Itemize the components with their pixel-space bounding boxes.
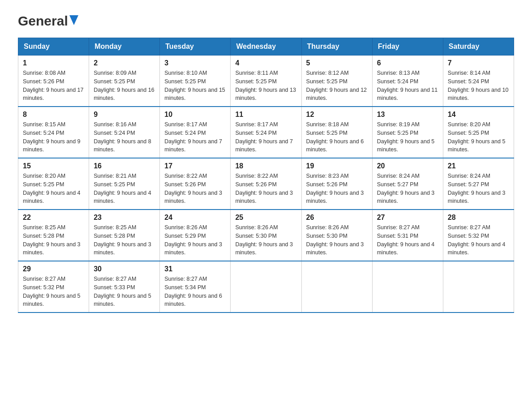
day-number: 17 (164, 162, 226, 170)
calendar-cell: 24Sunrise: 8:26 AMSunset: 5:29 PMDayligh… (160, 210, 231, 261)
day-info: Sunrise: 8:24 AMSunset: 5:27 PMDaylight:… (377, 172, 438, 206)
day-number: 12 (306, 111, 368, 119)
day-info: Sunrise: 8:12 AMSunset: 5:25 PMDaylight:… (306, 69, 368, 103)
calendar-cell: 1Sunrise: 8:08 AMSunset: 5:26 PMDaylight… (18, 56, 89, 107)
calendar-weekday-wednesday: Wednesday (231, 38, 301, 56)
day-number: 30 (94, 265, 155, 273)
day-number: 26 (306, 214, 368, 222)
calendar-cell (231, 261, 301, 313)
calendar-cell: 9Sunrise: 8:16 AMSunset: 5:24 PMDaylight… (89, 107, 160, 158)
day-number: 28 (448, 214, 509, 222)
calendar-cell: 15Sunrise: 8:20 AMSunset: 5:25 PMDayligh… (18, 158, 89, 210)
day-number: 21 (448, 162, 509, 170)
calendar-header: SundayMondayTuesdayWednesdayThursdayFrid… (18, 38, 514, 56)
calendar-cell: 18Sunrise: 8:22 AMSunset: 5:26 PMDayligh… (231, 158, 301, 210)
calendar-weekday-monday: Monday (89, 38, 160, 56)
calendar-week-row: 29Sunrise: 8:27 AMSunset: 5:32 PMDayligh… (18, 261, 514, 313)
calendar-cell: 2Sunrise: 8:09 AMSunset: 5:25 PMDaylight… (89, 56, 160, 107)
day-number: 14 (448, 111, 509, 119)
calendar-cell (443, 261, 514, 313)
day-number: 22 (23, 214, 84, 222)
day-info: Sunrise: 8:17 AMSunset: 5:24 PMDaylight:… (235, 120, 296, 154)
calendar-cell: 4Sunrise: 8:11 AMSunset: 5:25 PMDaylight… (231, 56, 301, 107)
calendar-week-row: 22Sunrise: 8:25 AMSunset: 5:28 PMDayligh… (18, 210, 514, 261)
day-number: 24 (164, 214, 226, 222)
calendar-cell: 16Sunrise: 8:21 AMSunset: 5:25 PMDayligh… (89, 158, 160, 210)
calendar-weekday-sunday: Sunday (18, 38, 89, 56)
calendar-cell: 12Sunrise: 8:18 AMSunset: 5:25 PMDayligh… (301, 107, 372, 158)
calendar-weekday-thursday: Thursday (301, 38, 372, 56)
day-info: Sunrise: 8:20 AMSunset: 5:25 PMDaylight:… (448, 120, 509, 154)
day-info: Sunrise: 8:16 AMSunset: 5:24 PMDaylight:… (94, 120, 155, 154)
day-number: 5 (306, 59, 368, 67)
calendar-table: SundayMondayTuesdayWednesdayThursdayFrid… (18, 38, 514, 313)
day-number: 13 (377, 111, 438, 119)
page-header: General (18, 13, 514, 29)
calendar-cell: 21Sunrise: 8:24 AMSunset: 5:27 PMDayligh… (443, 158, 514, 210)
day-info: Sunrise: 8:21 AMSunset: 5:25 PMDaylight:… (94, 172, 155, 206)
calendar-week-row: 1Sunrise: 8:08 AMSunset: 5:26 PMDaylight… (18, 56, 514, 107)
day-info: Sunrise: 8:22 AMSunset: 5:26 PMDaylight:… (235, 172, 296, 206)
day-number: 9 (94, 111, 155, 119)
calendar-week-row: 8Sunrise: 8:15 AMSunset: 5:24 PMDaylight… (18, 107, 514, 158)
calendar-cell: 10Sunrise: 8:17 AMSunset: 5:24 PMDayligh… (160, 107, 231, 158)
calendar-cell: 14Sunrise: 8:20 AMSunset: 5:25 PMDayligh… (443, 107, 514, 158)
calendar-header-row: SundayMondayTuesdayWednesdayThursdayFrid… (18, 38, 514, 56)
day-info: Sunrise: 8:17 AMSunset: 5:24 PMDaylight:… (164, 120, 226, 154)
calendar-body: 1Sunrise: 8:08 AMSunset: 5:26 PMDaylight… (18, 56, 514, 313)
calendar-cell: 27Sunrise: 8:27 AMSunset: 5:31 PMDayligh… (372, 210, 443, 261)
logo: General (18, 13, 78, 29)
calendar-cell: 17Sunrise: 8:22 AMSunset: 5:26 PMDayligh… (160, 158, 231, 210)
day-info: Sunrise: 8:11 AMSunset: 5:25 PMDaylight:… (235, 69, 296, 103)
calendar-cell: 26Sunrise: 8:26 AMSunset: 5:30 PMDayligh… (301, 210, 372, 261)
calendar-weekday-friday: Friday (372, 38, 443, 56)
day-number: 4 (235, 59, 296, 67)
day-info: Sunrise: 8:22 AMSunset: 5:26 PMDaylight:… (164, 172, 226, 206)
calendar-cell: 19Sunrise: 8:23 AMSunset: 5:26 PMDayligh… (301, 158, 372, 210)
calendar-cell: 5Sunrise: 8:12 AMSunset: 5:25 PMDaylight… (301, 56, 372, 107)
svg-marker-0 (69, 15, 78, 25)
day-number: 15 (23, 162, 84, 170)
logo-arrow-icon (69, 15, 78, 27)
day-number: 1 (23, 59, 84, 67)
day-number: 7 (448, 59, 509, 67)
day-number: 3 (164, 59, 226, 67)
day-info: Sunrise: 8:25 AMSunset: 5:28 PMDaylight:… (94, 223, 155, 257)
day-number: 20 (377, 162, 438, 170)
day-info: Sunrise: 8:08 AMSunset: 5:26 PMDaylight:… (23, 69, 84, 103)
day-number: 27 (377, 214, 438, 222)
day-number: 11 (235, 111, 296, 119)
day-info: Sunrise: 8:26 AMSunset: 5:29 PMDaylight:… (164, 223, 226, 257)
day-number: 10 (164, 111, 226, 119)
calendar-cell: 28Sunrise: 8:27 AMSunset: 5:32 PMDayligh… (443, 210, 514, 261)
day-info: Sunrise: 8:20 AMSunset: 5:25 PMDaylight:… (23, 172, 84, 206)
day-info: Sunrise: 8:18 AMSunset: 5:25 PMDaylight:… (306, 120, 368, 154)
day-info: Sunrise: 8:27 AMSunset: 5:33 PMDaylight:… (94, 275, 155, 308)
day-number: 2 (94, 59, 155, 67)
calendar-cell: 30Sunrise: 8:27 AMSunset: 5:33 PMDayligh… (89, 261, 160, 313)
calendar-cell (372, 261, 443, 313)
day-info: Sunrise: 8:13 AMSunset: 5:24 PMDaylight:… (377, 69, 438, 103)
calendar-cell: 29Sunrise: 8:27 AMSunset: 5:32 PMDayligh… (18, 261, 89, 313)
day-info: Sunrise: 8:23 AMSunset: 5:26 PMDaylight:… (306, 172, 368, 206)
day-number: 23 (94, 214, 155, 222)
day-number: 18 (235, 162, 296, 170)
calendar-cell: 31Sunrise: 8:27 AMSunset: 5:34 PMDayligh… (160, 261, 231, 313)
day-info: Sunrise: 8:27 AMSunset: 5:34 PMDaylight:… (164, 275, 226, 308)
day-number: 19 (306, 162, 368, 170)
calendar-cell: 6Sunrise: 8:13 AMSunset: 5:24 PMDaylight… (372, 56, 443, 107)
logo-general-text: General (18, 13, 68, 29)
day-info: Sunrise: 8:26 AMSunset: 5:30 PMDaylight:… (306, 223, 368, 257)
calendar-cell: 11Sunrise: 8:17 AMSunset: 5:24 PMDayligh… (231, 107, 301, 158)
day-info: Sunrise: 8:19 AMSunset: 5:25 PMDaylight:… (377, 120, 438, 154)
day-info: Sunrise: 8:14 AMSunset: 5:24 PMDaylight:… (448, 69, 509, 103)
day-info: Sunrise: 8:27 AMSunset: 5:31 PMDaylight:… (377, 223, 438, 257)
calendar-cell: 25Sunrise: 8:26 AMSunset: 5:30 PMDayligh… (231, 210, 301, 261)
day-number: 31 (164, 265, 226, 273)
day-number: 6 (377, 59, 438, 67)
calendar-weekday-saturday: Saturday (443, 38, 514, 56)
calendar-cell (301, 261, 372, 313)
day-info: Sunrise: 8:25 AMSunset: 5:28 PMDaylight:… (23, 223, 84, 257)
day-info: Sunrise: 8:26 AMSunset: 5:30 PMDaylight:… (235, 223, 296, 257)
day-info: Sunrise: 8:10 AMSunset: 5:25 PMDaylight:… (164, 69, 226, 103)
